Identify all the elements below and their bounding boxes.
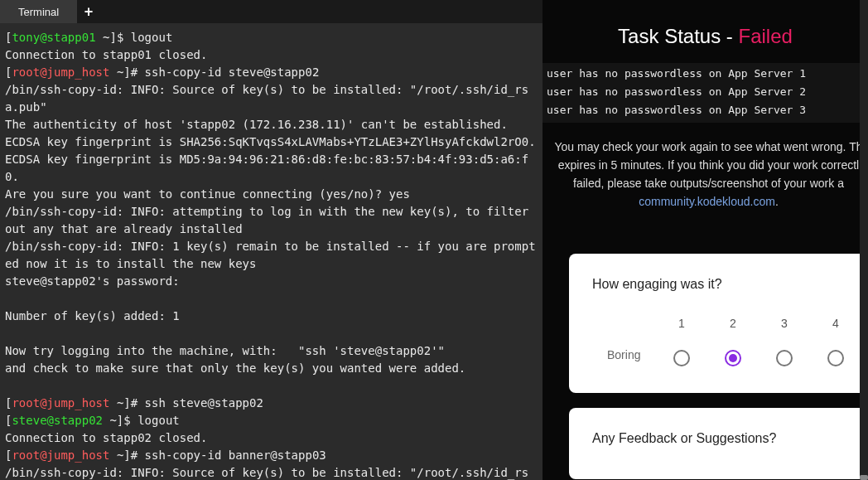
scrollbar-thumb[interactable] [860,475,868,480]
hint-text: expires in 5 minutes. If you think you d… [558,158,859,172]
scale-radio-4[interactable] [827,350,844,366]
scale-number: 1 [678,317,685,330]
hint-text: failed, please take outputs/screenshot o… [573,177,844,190]
community-link[interactable]: community.kodekloud.com [639,195,775,208]
scale-radio-3[interactable] [776,350,793,366]
hint-text: You may check your work again to see wha… [555,140,863,153]
terminal-line: [root@jump_host ~]# ssh-copy-id banner@s… [5,447,538,464]
scale-number: 4 [832,317,839,330]
terminal-line: /bin/ssh-copy-id: INFO: 1 key(s) remain … [5,238,538,273]
task-hint: You may check your work again to see wha… [542,123,868,211]
terminal-line: ECDSA key fingerprint is MD5:9a:94:96:21… [5,151,538,186]
scale-option-3: 3 [776,317,793,366]
scale-option-4: 4 [827,317,844,366]
scale-label-left: Boring [592,348,658,361]
question-engaging: How engaging was it? [592,277,845,292]
terminal-line: /bin/ssh-copy-id: INFO: Source of key(s)… [5,464,538,480]
terminal-line [5,290,538,308]
scale-option-2: 2 [725,317,741,366]
terminal-pane: Terminal + [tony@stapp01 ~]$ logoutConne… [0,0,542,480]
right-pane: Task Status - Failed user has no passwor… [542,0,868,480]
terminal-tabbar: Terminal + [0,0,542,23]
new-tab-button[interactable]: + [77,0,100,23]
task-status-value: Failed [739,25,793,47]
task-checks: user has no passwordless on App Server 1… [542,63,868,123]
terminal-line: steve@stapp02's password: [5,273,538,290]
terminal-line: ECDSA key fingerprint is SHA256:SqKTvqsS… [5,133,538,151]
feedback-card: Any Feedback or Suggestions? [569,408,868,479]
terminal-line: Connection to stapp01 closed. [5,46,538,64]
scale-number: 3 [781,317,788,330]
question-feedback: Any Feedback or Suggestions? [592,431,845,446]
scale-radio-2[interactable] [725,350,741,366]
terminal-tab[interactable]: Terminal [0,0,77,23]
terminal-line: [tony@stapp01 ~]$ logout [5,29,538,46]
task-status-heading: Task Status - Failed [542,0,868,63]
terminal-line: The authenticity of host 'stapp02 (172.1… [5,116,538,133]
terminal-body[interactable]: [tony@stapp01 ~]$ logoutConnection to st… [0,23,542,480]
scale-option-1: 1 [673,317,690,366]
terminal-line: Connection to stapp02 closed. [5,429,538,447]
terminal-line: [root@jump_host ~]# ssh steve@stapp02 [5,395,538,412]
scale-radio-1[interactable] [673,350,690,366]
terminal-line [5,377,538,395]
terminal-line: and check to make sure that only the key… [5,360,538,377]
hint-end: . [775,195,779,208]
plus-icon: + [84,3,94,21]
scrollbar-track[interactable] [860,0,868,480]
check-line: user has no passwordless on App Server 1 [547,65,864,83]
terminal-line: /bin/ssh-copy-id: INFO: Source of key(s)… [5,81,538,116]
scale-number: 2 [730,317,736,330]
terminal-line: Number of key(s) added: 1 [5,308,538,325]
check-line: user has no passwordless on App Server 2 [547,83,864,101]
scale-columns: 1234 [673,317,845,366]
engagement-card: How engaging was it? 1234 Boring [569,254,868,393]
terminal-line: [steve@stapp02 ~]$ logout [5,412,538,429]
terminal-line: Are you sure you want to continue connec… [5,186,538,203]
task-status-prefix: Task Status - [618,25,738,47]
check-line: user has no passwordless on App Server 3 [547,101,864,119]
terminal-line [5,325,538,342]
terminal-line: [root@jump_host ~]# ssh-copy-id steve@st… [5,64,538,81]
terminal-line: /bin/ssh-copy-id: INFO: attempting to lo… [5,203,538,238]
terminal-line: Now try logging into the machine, with: … [5,342,538,360]
